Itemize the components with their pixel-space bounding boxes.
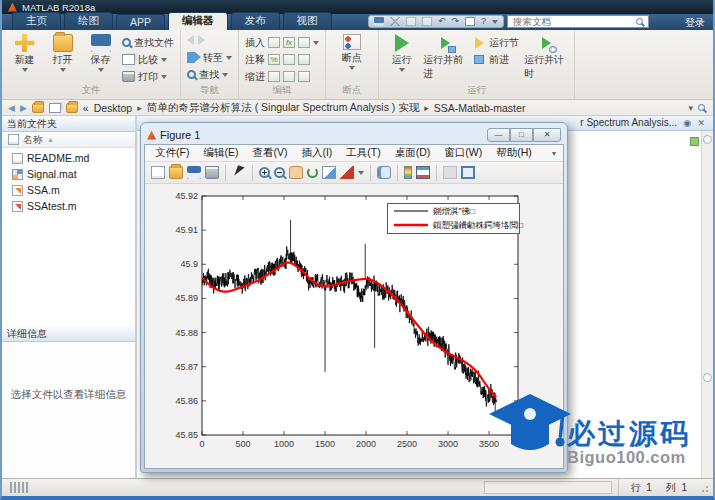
dock-figure-icon[interactable]: [461, 166, 475, 179]
tab-publish[interactable]: 发布: [231, 12, 280, 30]
current-folder-header[interactable]: 当前文件夹: [2, 116, 135, 132]
menu-insert[interactable]: 插入(I): [294, 145, 339, 161]
tab-editor[interactable]: 编辑器: [168, 12, 228, 30]
insert-colorbar-icon[interactable]: [404, 166, 412, 179]
name-column-header[interactable]: 名称 ▲: [2, 132, 135, 148]
wrap-comment-icon[interactable]: [298, 54, 310, 65]
editor-menu-icon[interactable]: ◉: [683, 117, 691, 129]
insert-button[interactable]: 插入 fx: [245, 35, 319, 50]
code-analyzer-indicator[interactable]: [690, 137, 699, 146]
menu-file[interactable]: 文件(F): [148, 145, 196, 161]
up-folder-icon[interactable]: [32, 103, 44, 113]
edit-plot-icon[interactable]: [232, 166, 246, 179]
run-button[interactable]: 运行: [385, 33, 418, 72]
scroll-marker-icon[interactable]: [703, 373, 712, 382]
editor-close-icon[interactable]: ✕: [697, 117, 705, 129]
login-button[interactable]: 登录: [685, 16, 705, 30]
compare-button[interactable]: 比较: [122, 52, 174, 67]
tab-view[interactable]: 视图: [283, 12, 332, 30]
brush-dropdown-icon[interactable]: [358, 171, 364, 175]
editor-scrollbar[interactable]: [701, 131, 713, 478]
paste-icon[interactable]: [422, 17, 432, 26]
breadcrumb-item-desktop[interactable]: Desktop: [94, 102, 133, 114]
file-row-signal[interactable]: Signal.mat: [2, 166, 135, 182]
status-toggle-icon[interactable]: [10, 482, 28, 493]
save-button[interactable]: 保存: [84, 33, 117, 72]
editor-tab-title[interactable]: r Spectrum Analysis...: [580, 117, 677, 128]
breadcrumb-item-folder[interactable]: SSA-Matlab-master: [434, 102, 526, 114]
save-icon[interactable]: [374, 17, 384, 26]
close-button[interactable]: ✕: [533, 128, 561, 142]
redo-icon[interactable]: ↷: [452, 17, 460, 26]
menu-edit[interactable]: 编辑(E): [196, 145, 245, 161]
open-button[interactable]: 打开: [46, 33, 79, 72]
menu-overflow-icon[interactable]: ▾: [552, 149, 560, 158]
tab-plots[interactable]: 绘图: [64, 12, 113, 30]
copy-icon[interactable]: [406, 17, 416, 26]
nav-forward-icon[interactable]: ▶: [20, 103, 27, 113]
data-cursor-icon[interactable]: [322, 166, 336, 179]
find-button[interactable]: 查找: [187, 67, 232, 82]
indent-left-icon[interactable]: [298, 71, 310, 82]
find-files-button[interactable]: 查找文件: [122, 35, 174, 50]
file-row-ssa[interactable]: SSA.m: [2, 182, 135, 198]
menu-tools[interactable]: 工具(T): [339, 145, 387, 161]
goto-button[interactable]: 转至: [187, 50, 232, 65]
nav-back-icon[interactable]: ◀: [8, 103, 15, 113]
print-figure-icon[interactable]: [205, 166, 219, 179]
tab-apps[interactable]: APP: [116, 14, 165, 30]
undo-icon[interactable]: ↶: [438, 17, 446, 26]
menu-window[interactable]: 窗口(W): [437, 145, 489, 161]
insert-function-icon[interactable]: fx: [283, 37, 295, 48]
smart-indent-icon[interactable]: [268, 71, 280, 82]
breadcrumb-item-project[interactable]: 简单的奇异谱分析算法 ( Singular Spectrum Analysis …: [147, 101, 419, 115]
brush-icon[interactable]: [340, 166, 354, 179]
new-figure-icon[interactable]: [151, 166, 165, 179]
file-row-ssatest[interactable]: SSAtest.m: [2, 198, 135, 214]
breakpoints-button[interactable]: 断点: [332, 33, 372, 70]
scroll-top-icon[interactable]: [703, 135, 712, 144]
open-file-icon[interactable]: [169, 166, 183, 179]
crumb-overflow-icon[interactable]: ▾: [688, 103, 693, 113]
crumb-search-icon[interactable]: [698, 104, 705, 111]
zoom-in-icon[interactable]: [259, 167, 270, 178]
zoom-out-icon[interactable]: [274, 167, 285, 178]
resize-grip[interactable]: [699, 483, 709, 493]
pan-icon[interactable]: [289, 166, 303, 179]
save-figure-icon[interactable]: [187, 166, 201, 179]
rotate-3d-icon[interactable]: [307, 167, 318, 178]
minimize-button[interactable]: —: [487, 128, 510, 142]
uncomment-icon[interactable]: [283, 54, 295, 65]
figure-title-bar[interactable]: Figure 1 — □ ✕: [144, 126, 564, 144]
comment-icon[interactable]: %: [268, 54, 280, 65]
insert-section-icon[interactable]: [268, 37, 280, 48]
breadcrumb-collapse[interactable]: «: [83, 102, 89, 114]
cut-icon[interactable]: [390, 17, 400, 26]
advance-button[interactable]: 前进: [472, 52, 519, 67]
indent-button[interactable]: 缩进: [245, 69, 319, 84]
new-script-button[interactable]: 新建: [8, 33, 41, 72]
comment-button[interactable]: 注释 %: [245, 52, 319, 67]
details-header[interactable]: 详细信息: [2, 326, 135, 342]
indent-right-icon[interactable]: [283, 71, 295, 82]
search-input[interactable]: [511, 15, 636, 28]
tab-home[interactable]: 主页: [12, 12, 61, 30]
file-row-readme[interactable]: README.md: [2, 150, 135, 166]
maximize-button[interactable]: □: [510, 128, 533, 142]
forward-icon[interactable]: [198, 35, 205, 45]
search-icon[interactable]: [636, 18, 643, 25]
help-icon[interactable]: ?: [481, 17, 486, 26]
insert-block-icon[interactable]: [298, 37, 310, 48]
run-section-button[interactable]: 运行节: [472, 35, 519, 50]
menu-desktop[interactable]: 桌面(D): [388, 145, 438, 161]
browse-folder-icon[interactable]: [49, 103, 61, 113]
undock-icon[interactable]: [443, 166, 457, 179]
run-time-button[interactable]: 运行并计时: [524, 33, 568, 81]
print-button[interactable]: 打印: [122, 69, 174, 84]
back-icon[interactable]: [187, 35, 194, 45]
run-advance-button[interactable]: 运行并前进: [423, 33, 467, 81]
link-plot-icon[interactable]: [377, 166, 391, 179]
new-window-icon[interactable]: [465, 17, 475, 26]
insert-legend-icon[interactable]: [416, 166, 430, 179]
qat-dropdown-icon[interactable]: [492, 20, 498, 24]
